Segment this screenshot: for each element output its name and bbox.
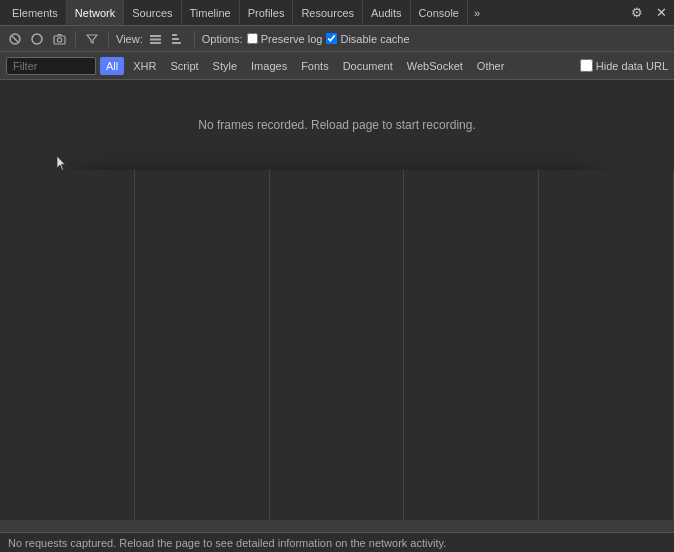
tab-network[interactable]: Network bbox=[67, 0, 124, 25]
tab-profiles[interactable]: Profiles bbox=[240, 0, 294, 25]
hide-data-label: Hide data URL bbox=[596, 60, 668, 72]
sep1 bbox=[75, 31, 76, 47]
filter-other-button[interactable]: Other bbox=[472, 57, 510, 75]
filter-images-button[interactable]: Images bbox=[246, 57, 292, 75]
filter-xhr-button[interactable]: XHR bbox=[128, 57, 161, 75]
tab-console[interactable]: Console bbox=[411, 0, 468, 25]
preserve-log-checkbox[interactable] bbox=[247, 33, 258, 44]
tab-audits[interactable]: Audits bbox=[363, 0, 411, 25]
view-tree-icon[interactable] bbox=[169, 30, 187, 48]
options-label: Options: bbox=[202, 33, 243, 45]
filter-style-button[interactable]: Style bbox=[208, 57, 242, 75]
hide-data-group: Hide data URL bbox=[580, 59, 668, 72]
camera-icon[interactable] bbox=[50, 30, 68, 48]
preserve-log-label: Preserve log bbox=[261, 33, 323, 45]
close-icon[interactable]: ✕ bbox=[652, 4, 670, 22]
waterfall-columns bbox=[0, 170, 674, 520]
tab-elements[interactable]: Elements bbox=[4, 0, 67, 25]
waterfall-col-3 bbox=[270, 170, 405, 520]
toolbar: View: Options: Preserve log Disable cach… bbox=[0, 26, 674, 52]
waterfall-col-4 bbox=[404, 170, 539, 520]
status-message: No requests captured. Reload the page to… bbox=[8, 537, 446, 549]
filter-websocket-button[interactable]: WebSocket bbox=[402, 57, 468, 75]
svg-rect-9 bbox=[172, 38, 179, 40]
filter-row: All XHR Script Style Images Fonts Docume… bbox=[0, 52, 674, 80]
record-stop-icon[interactable] bbox=[6, 30, 24, 48]
network-empty-message: No frames recorded. Reload page to start… bbox=[198, 118, 475, 132]
filter-fonts-button[interactable]: Fonts bbox=[296, 57, 334, 75]
svg-rect-8 bbox=[172, 34, 177, 36]
disable-cache-group: Disable cache bbox=[326, 33, 409, 45]
filter-script-button[interactable]: Script bbox=[165, 57, 203, 75]
status-bar: No requests captured. Reload the page to… bbox=[0, 532, 674, 552]
disable-cache-label: Disable cache bbox=[340, 33, 409, 45]
tab-icons: ⚙ ✕ bbox=[628, 4, 670, 22]
sep2 bbox=[108, 31, 109, 47]
network-empty-area: No frames recorded. Reload page to start… bbox=[0, 80, 674, 170]
waterfall-area bbox=[0, 170, 674, 520]
svg-rect-6 bbox=[150, 38, 161, 40]
tab-sources[interactable]: Sources bbox=[124, 0, 181, 25]
svg-rect-7 bbox=[150, 42, 161, 44]
filter-all-button[interactable]: All bbox=[100, 57, 124, 75]
sep3 bbox=[194, 31, 195, 47]
view-label: View: bbox=[116, 33, 143, 45]
svg-point-4 bbox=[57, 37, 61, 41]
clear-icon[interactable] bbox=[28, 30, 46, 48]
svg-line-1 bbox=[12, 36, 18, 42]
filter-document-button[interactable]: Document bbox=[338, 57, 398, 75]
waterfall-col-5 bbox=[539, 170, 674, 520]
settings-icon[interactable]: ⚙ bbox=[628, 4, 646, 22]
filter-icon[interactable] bbox=[83, 30, 101, 48]
hide-data-checkbox[interactable] bbox=[580, 59, 593, 72]
svg-rect-5 bbox=[150, 35, 161, 37]
svg-rect-10 bbox=[172, 42, 181, 44]
preserve-log-group: Preserve log bbox=[247, 33, 323, 45]
tab-bar: Elements Network Sources Timeline Profil… bbox=[0, 0, 674, 26]
view-list-icon[interactable] bbox=[147, 30, 165, 48]
tab-resources[interactable]: Resources bbox=[293, 0, 363, 25]
waterfall-col-2 bbox=[135, 170, 270, 520]
disable-cache-checkbox[interactable] bbox=[326, 33, 337, 44]
filter-input[interactable] bbox=[6, 57, 96, 75]
tab-more[interactable]: » bbox=[468, 7, 486, 19]
svg-point-2 bbox=[32, 34, 42, 44]
tab-timeline[interactable]: Timeline bbox=[182, 0, 240, 25]
waterfall-col-1 bbox=[0, 170, 135, 520]
